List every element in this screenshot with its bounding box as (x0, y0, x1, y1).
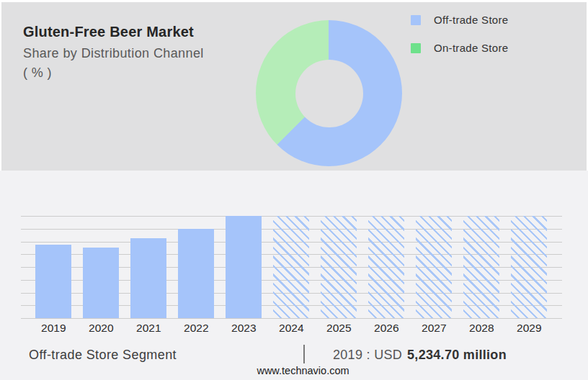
bar-2026 (368, 216, 404, 318)
bar-2024 (273, 216, 309, 318)
chart-unit: ( % ) (23, 65, 52, 81)
x-label-2021: 2021 (125, 322, 172, 335)
bar-2025 (321, 216, 357, 318)
legend-label: Off-trade Store (434, 14, 508, 26)
x-label-2027: 2027 (410, 322, 458, 335)
x-label-2020: 2020 (77, 322, 125, 335)
gridline (21, 318, 562, 319)
website-url: www.technavio.com (18, 365, 588, 376)
legend-item-on-trade: On-trade Store (411, 42, 508, 53)
legend-label: On-trade Store (434, 42, 508, 54)
x-label-2019: 2019 (30, 322, 77, 335)
x-label-2028: 2028 (458, 322, 505, 335)
donut-legend: Off-trade Store On-trade Store (411, 14, 508, 71)
x-label-2025: 2025 (315, 322, 362, 335)
chart-subtitle: Share by Distribution Channel (23, 46, 204, 61)
bar-2023 (226, 216, 262, 318)
bar-2022 (178, 229, 214, 318)
bar-2021 (130, 238, 166, 318)
x-label-2029: 2029 (505, 322, 553, 335)
segment-label: Off-trade Store Segment (29, 348, 177, 363)
bar-2020 (83, 248, 119, 318)
legend-swatch-blue (411, 15, 421, 25)
value-amount: 5,234.70 million (407, 348, 507, 362)
x-label-2022: 2022 (172, 322, 220, 335)
value-prefix: 2019 : USD (333, 348, 402, 362)
bar-chart-plot (21, 216, 562, 318)
bar-2028 (463, 216, 499, 318)
donut-chart (256, 20, 402, 166)
x-label-2023: 2023 (220, 322, 267, 335)
footer-divider (303, 345, 305, 363)
legend-item-off-trade: Off-trade Store (411, 14, 508, 25)
legend-swatch-green (411, 43, 421, 53)
x-label-2024: 2024 (267, 322, 315, 335)
bar-2027 (416, 216, 452, 318)
bar-2019 (35, 245, 71, 318)
x-axis-labels: 2019202020212022202320242025202620272028… (21, 322, 562, 335)
footer-value: 2019 : USD5,234.70 million (333, 348, 507, 363)
page-title: Gluten-Free Beer Market (23, 24, 194, 40)
donut-hole (295, 60, 363, 127)
x-label-2026: 2026 (362, 322, 410, 335)
bar-2029 (511, 216, 547, 318)
